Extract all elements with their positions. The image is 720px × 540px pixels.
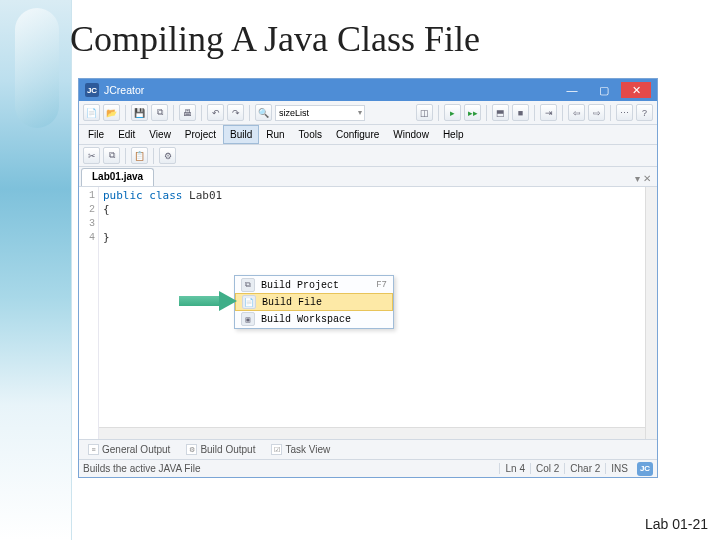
dd-shortcut: F7	[376, 280, 387, 290]
open-icon[interactable]: 📂	[103, 104, 120, 121]
app-title: JCreator	[104, 84, 557, 96]
status-char: Char 2	[564, 463, 605, 474]
menu-build[interactable]: Build	[223, 125, 259, 144]
line-no: 2	[79, 203, 95, 217]
line-no: 4	[79, 231, 95, 245]
line-no: 1	[79, 189, 95, 203]
undo-icon[interactable]: ↶	[207, 104, 224, 121]
slide-title: Compiling A Java Class File	[70, 18, 480, 60]
build-output-icon: ⚙	[186, 444, 197, 455]
combo-text: sizeList	[279, 108, 309, 118]
status-message: Builds the active JAVA File	[83, 463, 200, 474]
dd-label: Build File	[262, 297, 322, 308]
stop-icon[interactable]: ■	[512, 104, 529, 121]
bottom-panel-tabs: ≡General Output ⚙Build Output ☑Task View	[79, 439, 657, 459]
line-no: 3	[79, 217, 95, 231]
general-output-icon: ≡	[88, 444, 99, 455]
code-editor[interactable]: 1 2 3 4 public class Lab01 { } ⧉ Build P…	[79, 187, 657, 439]
menu-run[interactable]: Run	[259, 125, 291, 144]
dd-label: Build Workspace	[261, 314, 351, 325]
minimize-button[interactable]: —	[557, 82, 587, 98]
line-gutter: 1 2 3 4	[79, 187, 99, 439]
menu-tools[interactable]: Tools	[292, 125, 329, 144]
debug-icon[interactable]: ▸▸	[464, 104, 481, 121]
statusbar: Builds the active JAVA File Ln 4 Col 2 C…	[79, 459, 657, 477]
status-line: Ln 4	[499, 463, 529, 474]
menu-project[interactable]: Project	[178, 125, 223, 144]
menu-edit[interactable]: Edit	[111, 125, 142, 144]
build-dropdown: ⧉ Build Project F7 📄 Build File ▣ Build …	[234, 275, 394, 329]
paste-icon[interactable]: 📋	[131, 147, 148, 164]
btab-label: General Output	[102, 444, 170, 455]
help-icon[interactable]: ?	[636, 104, 653, 121]
back-icon[interactable]: ⇦	[568, 104, 585, 121]
vertical-scrollbar[interactable]	[645, 187, 657, 439]
tab-general-output[interactable]: ≡General Output	[82, 441, 176, 458]
search-icon[interactable]: 🔍	[255, 104, 272, 121]
menu-file[interactable]: File	[81, 125, 111, 144]
main-toolbar: 📄 📂 💾 ⧉ 🖶 ↶ ↷ 🔍 sizeList ◫ ▸ ▸▸ ⬒ ■ ⇥ ⇦	[79, 101, 657, 125]
document-tab[interactable]: Lab01.java	[81, 168, 154, 186]
step-icon[interactable]: ⬒	[492, 104, 509, 121]
horizontal-scrollbar[interactable]	[99, 427, 645, 439]
cut-icon[interactable]: ✂	[83, 147, 100, 164]
copy-icon[interactable]: ⧉	[103, 147, 120, 164]
tab-strip: Lab01.java ▾ ✕	[79, 167, 657, 187]
save-all-icon[interactable]: ⧉	[151, 104, 168, 121]
build-project-icon: ⧉	[241, 278, 255, 292]
close-button[interactable]: ✕	[621, 82, 651, 98]
status-col: Col 2	[530, 463, 564, 474]
dd-build-project[interactable]: ⧉ Build Project F7	[235, 276, 393, 294]
tab-close-icon[interactable]: ▾ ✕	[631, 171, 655, 186]
app-icon: JC	[85, 83, 99, 97]
tab-build-output[interactable]: ⚙Build Output	[180, 441, 261, 458]
save-icon[interactable]: 💾	[131, 104, 148, 121]
callout-arrow	[179, 293, 239, 309]
run-icon[interactable]: ▸	[444, 104, 461, 121]
slide-footer: Lab 01-21	[645, 516, 708, 532]
toolbar-combo[interactable]: sizeList	[275, 105, 365, 121]
dd-label: Build Project	[261, 280, 339, 291]
dd-build-file[interactable]: 📄 Build File	[235, 293, 393, 311]
slide-decoration	[0, 0, 72, 540]
menu-help[interactable]: Help	[436, 125, 471, 144]
titlebar[interactable]: JC JCreator — ▢ ✕	[79, 79, 657, 101]
print-icon[interactable]: 🖶	[179, 104, 196, 121]
menu-view[interactable]: View	[142, 125, 178, 144]
class-icon[interactable]: ◫	[416, 104, 433, 121]
btab-label: Task View	[285, 444, 330, 455]
app-window: JC JCreator — ▢ ✕ 📄 📂 💾 ⧉ 🖶 ↶ ↷ 🔍 sizeLi…	[78, 78, 658, 478]
menubar: File Edit View Project Build Run Tools C…	[79, 125, 657, 145]
redo-icon[interactable]: ↷	[227, 104, 244, 121]
dd-build-workspace[interactable]: ▣ Build Workspace	[235, 310, 393, 328]
more-icon[interactable]: ⋯	[616, 104, 633, 121]
menu-window[interactable]: Window	[386, 125, 436, 144]
btab-label: Build Output	[200, 444, 255, 455]
indent-icon[interactable]: ⇥	[540, 104, 557, 121]
tab-task-view[interactable]: ☑Task View	[265, 441, 336, 458]
menu-configure[interactable]: Configure	[329, 125, 386, 144]
tool-icon[interactable]: ⚙	[159, 147, 176, 164]
status-ins: INS	[605, 463, 633, 474]
maximize-button[interactable]: ▢	[589, 82, 619, 98]
second-toolbar: ✂ ⧉ 📋 ⚙	[79, 145, 657, 167]
jc-logo-icon: JC	[637, 462, 653, 476]
build-file-icon: 📄	[242, 295, 256, 309]
new-icon[interactable]: 📄	[83, 104, 100, 121]
build-workspace-icon: ▣	[241, 312, 255, 326]
task-view-icon: ☑	[271, 444, 282, 455]
forward-icon[interactable]: ⇨	[588, 104, 605, 121]
